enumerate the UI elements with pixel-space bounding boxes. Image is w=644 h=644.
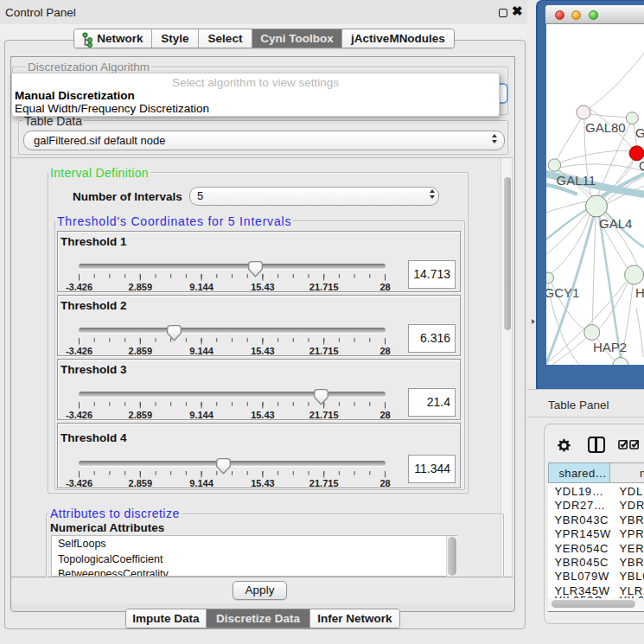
svg-text:GAL4: GAL4 <box>599 216 632 231</box>
svg-text:GA: GA <box>635 124 644 139</box>
svg-text:GCY1: GCY1 <box>546 285 579 300</box>
svg-text:HAP2: HAP2 <box>593 340 627 354</box>
svg-text:GAL80: GAL80 <box>585 119 626 134</box>
svg-text:C: C <box>639 158 644 173</box>
svg-text:H: H <box>635 285 644 300</box>
svg-text:GAL11: GAL11 <box>557 172 596 187</box>
